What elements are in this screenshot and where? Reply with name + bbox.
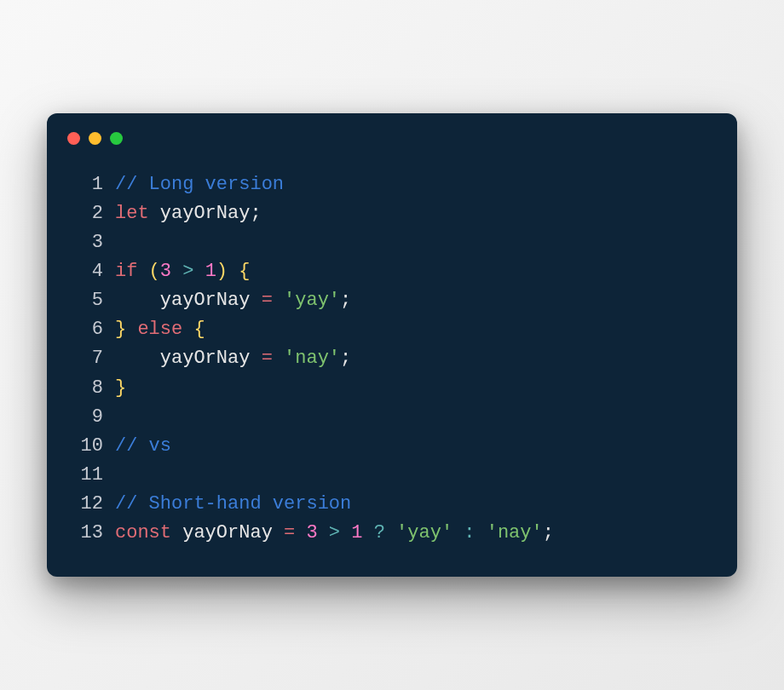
code-window: 1// Long version2let yayOrNay;3 4if (3 >… xyxy=(47,113,737,577)
code-token: } xyxy=(115,319,126,340)
code-line: 4if (3 > 1) { xyxy=(67,257,717,286)
code-token: let xyxy=(115,203,149,224)
line-number: 3 xyxy=(67,228,103,257)
line-content: // Long version xyxy=(115,170,717,199)
code-token: > xyxy=(171,261,205,282)
code-token: // vs xyxy=(115,435,171,457)
code-line: 11 xyxy=(67,461,717,490)
line-content: // vs xyxy=(115,432,717,461)
line-content xyxy=(115,403,717,432)
line-number: 4 xyxy=(67,257,103,286)
code-token: 3 xyxy=(160,261,171,282)
code-token: = xyxy=(284,522,295,543)
code-token: : xyxy=(453,522,487,543)
code-line: 9 xyxy=(67,403,717,432)
code-token: if xyxy=(115,261,137,282)
maximize-icon[interactable] xyxy=(110,132,123,145)
code-token: 'nay' xyxy=(487,522,543,543)
line-content: yayOrNay = 'nay'; xyxy=(115,344,717,373)
line-number: 12 xyxy=(67,490,103,519)
code-line: 1// Long version xyxy=(67,170,717,199)
code-line: 10// vs xyxy=(67,432,717,461)
window-titlebar xyxy=(47,113,737,153)
line-content xyxy=(115,228,717,257)
code-token: ; xyxy=(250,203,261,224)
code-area: 1// Long version2let yayOrNay;3 4if (3 >… xyxy=(47,153,737,577)
code-token xyxy=(137,261,148,282)
line-number: 2 xyxy=(67,199,103,228)
code-token xyxy=(126,319,137,340)
line-number: 8 xyxy=(67,374,103,403)
code-token: } xyxy=(115,377,126,399)
line-number: 1 xyxy=(67,170,103,199)
code-token xyxy=(228,261,239,282)
code-token: 3 xyxy=(306,522,317,543)
minimize-icon[interactable] xyxy=(89,132,101,145)
code-token: 'yay' xyxy=(396,522,453,543)
code-line: 6} else { xyxy=(67,315,717,344)
line-content: // Short-hand version xyxy=(115,490,717,519)
code-token: else xyxy=(137,319,182,340)
code-token: 1 xyxy=(205,261,216,282)
code-token: ; xyxy=(340,348,351,369)
line-content: let yayOrNay; xyxy=(115,199,717,228)
code-line: 8} xyxy=(67,374,717,403)
line-content: const yayOrNay = 3 > 1 ? 'yay' : 'nay'; xyxy=(115,519,717,548)
line-number: 11 xyxy=(67,461,103,490)
line-number: 6 xyxy=(67,315,103,344)
code-token: yayOrNay xyxy=(149,203,251,224)
code-token xyxy=(273,290,284,311)
line-content: } else { xyxy=(115,315,717,344)
code-token: // Long version xyxy=(115,174,284,195)
code-line: 7 yayOrNay = 'nay'; xyxy=(67,344,717,373)
line-content: yayOrNay = 'yay'; xyxy=(115,286,717,315)
code-token: 1 xyxy=(351,522,362,543)
code-line: 5 yayOrNay = 'yay'; xyxy=(67,286,717,315)
code-token: ( xyxy=(149,261,160,282)
code-token: const xyxy=(115,522,171,543)
code-token: 'yay' xyxy=(284,290,340,311)
code-token: > xyxy=(318,522,352,543)
code-line: 12// Short-hand version xyxy=(67,490,717,519)
code-token: ? xyxy=(362,522,396,543)
code-token: = xyxy=(262,348,273,369)
line-content xyxy=(115,461,717,490)
code-token: yayOrNay xyxy=(171,522,284,543)
code-line: 3 xyxy=(67,228,717,257)
line-number: 10 xyxy=(67,432,103,461)
close-icon[interactable] xyxy=(67,132,80,145)
code-token xyxy=(273,348,284,369)
line-number: 7 xyxy=(67,344,103,373)
line-content: } xyxy=(115,374,717,403)
line-number: 5 xyxy=(67,286,103,315)
code-token: yayOrNay xyxy=(115,348,262,369)
code-token: ) xyxy=(216,261,228,282)
code-line: 13const yayOrNay = 3 > 1 ? 'yay' : 'nay'… xyxy=(67,519,717,548)
line-number: 9 xyxy=(67,403,103,432)
code-token xyxy=(295,522,306,543)
code-token: 'nay' xyxy=(284,348,340,369)
code-token: { xyxy=(193,319,205,340)
code-token xyxy=(182,319,193,340)
code-token: ; xyxy=(543,522,554,543)
line-content: if (3 > 1) { xyxy=(115,257,717,286)
code-token: = xyxy=(262,290,273,311)
code-token: // Short-hand version xyxy=(115,493,351,515)
code-line: 2let yayOrNay; xyxy=(67,199,717,228)
code-token: { xyxy=(239,261,250,282)
code-token: ; xyxy=(340,290,351,311)
line-number: 13 xyxy=(67,519,103,548)
code-token: yayOrNay xyxy=(115,290,262,311)
